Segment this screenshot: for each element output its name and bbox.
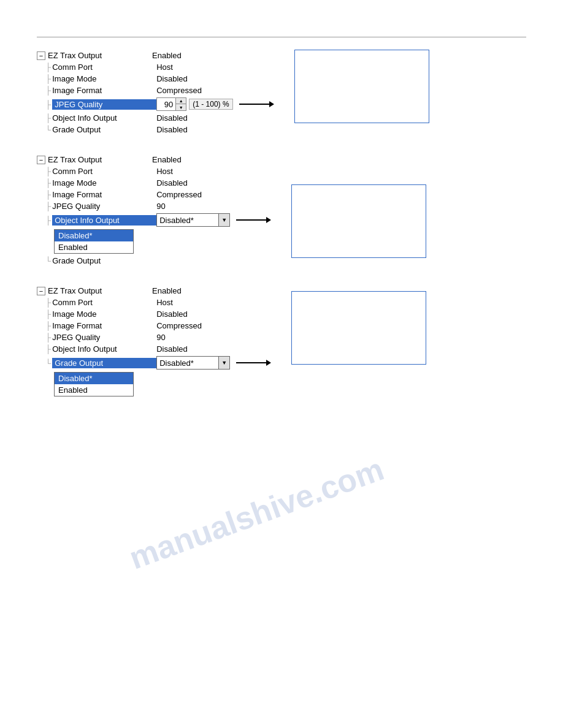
s3-dropdown-options: Disabled* Enabled — [54, 372, 134, 396]
tree-item-1: ├ Image Mode Disabled — [37, 73, 270, 85]
s2-dropdown-box[interactable]: Disabled* ▼ — [156, 213, 230, 227]
section1: − EZ Trax Output Enabled ├ Comm Port Hos… — [37, 50, 526, 135]
s3-item-label-3: JPEG Quality — [52, 333, 156, 342]
s2-item-label-0: Comm Port — [52, 167, 156, 176]
tree-item-0: ├ Comm Port Host — [37, 61, 270, 73]
s3-tree-item-1: ├ Image Mode Disabled — [37, 308, 267, 320]
section2-preview — [291, 184, 426, 258]
tree-item-4: ├ Object Info Output Disabled — [37, 112, 270, 124]
watermark: manualshive.com — [124, 450, 389, 577]
spinbox[interactable]: 90 ▲ ▼ — [156, 97, 186, 111]
section3-preview — [291, 291, 426, 365]
s3-expand-icon[interactable]: − — [37, 287, 45, 295]
s3-tree-item-2: ├ Image Format Compressed — [37, 320, 267, 332]
s2-tree-item-2: ├ Image Format Compressed — [37, 189, 267, 200]
root-value: Enabled — [152, 51, 182, 60]
tree-item-2: ├ Image Format Compressed — [37, 85, 270, 96]
s2-item-value-2: Compressed — [156, 190, 202, 199]
spinbox-value: 90 — [157, 99, 175, 110]
s2-item-value-1: Disabled — [156, 178, 188, 188]
s3-item-value-0: Host — [156, 298, 173, 307]
s3-item-label-2: Image Format — [52, 321, 156, 330]
item-label-5: Grade Output — [52, 125, 156, 134]
s2-tree-root-row: − EZ Trax Output Enabled — [37, 154, 267, 165]
s3-tree-item-3: ├ JPEG Quality 90 — [37, 332, 267, 343]
s3-item-label-0: Comm Port — [52, 298, 156, 307]
s2-dropdown-btn[interactable]: ▼ — [218, 214, 229, 226]
s3-dropdown-box[interactable]: Disabled* ▼ — [156, 356, 230, 370]
s2-option-enabled[interactable]: Enabled — [55, 241, 133, 253]
s3-item-label-1: Image Mode — [52, 309, 156, 319]
s2-tree-item-5: └ Grade Output — [37, 255, 267, 267]
item-label-3: JPEG Quality — [52, 99, 156, 110]
s2-dropdown-text: Disabled* — [157, 214, 218, 226]
spinbox-up-button[interactable]: ▲ — [176, 98, 186, 104]
section3: − EZ Trax Output Enabled ├ Comm Port Hos… — [37, 285, 526, 398]
s3-tree-item-0: ├ Comm Port Host — [37, 297, 267, 308]
s2-dropdown-container: Disabled* ▼ — [156, 213, 267, 227]
s3-option-disabled[interactable]: Disabled* — [55, 373, 133, 384]
range-label: (1 - 100) % — [189, 99, 232, 110]
item-value-4: Disabled — [156, 113, 188, 123]
s2-item-label-3: JPEG Quality — [52, 202, 156, 211]
s2-option-disabled[interactable]: Disabled* — [55, 230, 133, 241]
spinbox-down-button[interactable]: ▼ — [176, 104, 186, 110]
s2-arrow-tip — [266, 217, 271, 223]
s3-tree-item-5-highlighted[interactable]: └ Grade Output Disabled* ▼ — [37, 355, 267, 371]
arrow-tip — [269, 101, 274, 107]
s3-item-label-5: Grade Output — [52, 358, 156, 368]
item-value-5: Disabled — [156, 125, 188, 134]
s3-item-value-1: Disabled — [156, 309, 188, 319]
s2-item-label-5: Grade Output — [52, 256, 156, 265]
s2-tree-item-3: ├ JPEG Quality 90 — [37, 200, 267, 212]
s2-arrow — [236, 219, 267, 221]
spinbox-buttons: ▲ ▼ — [175, 98, 186, 110]
s3-item-value-4: Disabled — [156, 344, 188, 354]
s2-item-label-2: Image Format — [52, 190, 156, 199]
s2-item-label-4: Object Info Output — [52, 215, 156, 226]
s3-arrow-tip — [266, 360, 271, 366]
item-value-0: Host — [156, 63, 173, 72]
s2-arrow-line — [236, 219, 267, 221]
s2-item-value-3: 90 — [156, 202, 165, 211]
s3-arrow — [236, 362, 267, 363]
s3-option-enabled[interactable]: Enabled — [55, 384, 133, 396]
s2-dropdown-options: Disabled* Enabled — [54, 229, 134, 254]
item-label-4: Object Info Output — [52, 113, 156, 123]
s3-dropdown-popup: Disabled* Enabled — [37, 371, 267, 398]
s3-root-label: EZ Trax Output — [48, 286, 152, 295]
expand-icon[interactable]: − — [37, 51, 45, 60]
s2-tree-item-1: ├ Image Mode Disabled — [37, 177, 267, 189]
s3-tree-item-4: ├ Object Info Output Disabled — [37, 343, 267, 355]
arrow-line — [239, 104, 270, 105]
s3-tree-root-row: − EZ Trax Output Enabled — [37, 285, 267, 297]
s3-item-value-3: 90 — [156, 333, 165, 342]
s2-expand-icon[interactable]: − — [37, 156, 45, 164]
section2: − EZ Trax Output Enabled ├ Comm Port Hos… — [37, 154, 526, 267]
item-label-1: Image Mode — [52, 74, 156, 83]
tree-root-row: − EZ Trax Output Enabled — [37, 50, 270, 61]
s3-dropdown-btn[interactable]: ▼ — [218, 357, 229, 369]
section1-preview — [294, 50, 429, 123]
s2-tree-item-4-highlighted[interactable]: ├ Object Info Output Disabled* ▼ — [37, 212, 267, 228]
section3-tree: − EZ Trax Output Enabled ├ Comm Port Hos… — [37, 285, 267, 398]
item-value-1: Disabled — [156, 74, 188, 83]
s2-root-value: Enabled — [152, 155, 182, 164]
s3-item-value-2: Compressed — [156, 321, 202, 330]
item-label-0: Comm Port — [52, 63, 156, 72]
arrow — [239, 104, 270, 105]
s3-dropdown-container: Disabled* ▼ — [156, 356, 267, 370]
s3-dropdown-text: Disabled* — [157, 357, 218, 369]
item-label-2: Image Format — [52, 86, 156, 95]
s2-root-label: EZ Trax Output — [48, 155, 152, 164]
item-value-2: Compressed — [156, 86, 202, 95]
s3-root-value: Enabled — [152, 286, 182, 295]
section1-tree: − EZ Trax Output Enabled ├ Comm Port Hos… — [37, 50, 270, 135]
tree-item-5: └ Grade Output Disabled — [37, 124, 270, 135]
s2-dropdown-popup: Disabled* Enabled — [37, 228, 267, 255]
section2-tree: − EZ Trax Output Enabled ├ Comm Port Hos… — [37, 154, 267, 267]
tree-item-3-highlighted[interactable]: ├ JPEG Quality 90 ▲ ▼ (1 - 100) % — [37, 96, 270, 112]
s3-item-label-4: Object Info Output — [52, 344, 156, 354]
root-label: EZ Trax Output — [48, 51, 152, 60]
s2-tree-item-0: ├ Comm Port Host — [37, 165, 267, 177]
